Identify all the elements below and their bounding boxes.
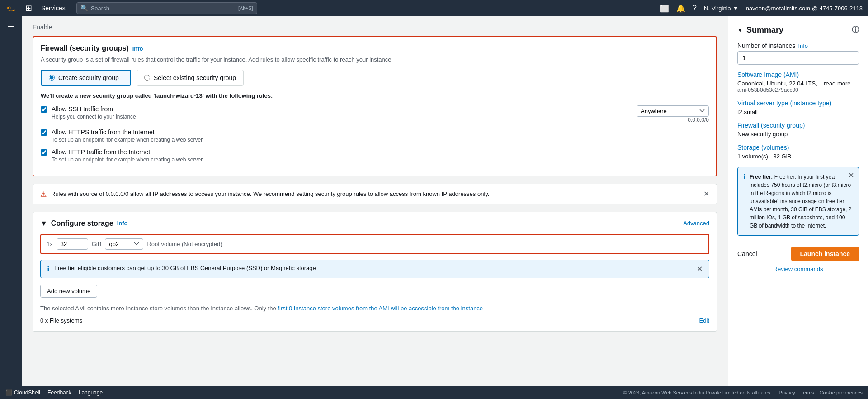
ami-accessible-link[interactable]: from the AMI will be accessible from the… bbox=[356, 305, 483, 312]
volume-type-select[interactable]: gp2 gp3 io1 standard bbox=[105, 238, 143, 250]
create-sg-option[interactable]: Create security group bbox=[41, 70, 131, 86]
language-label: Language bbox=[79, 390, 103, 396]
https-checkbox[interactable] bbox=[41, 129, 47, 136]
free-tier-storage-banner: ℹ Free tier eligible customers can get u… bbox=[40, 260, 709, 278]
instances-info-link[interactable]: Info bbox=[798, 43, 808, 49]
instances-field-label: Number of instances bbox=[737, 42, 795, 49]
http-content: Allow HTTP traffic from the Internet To … bbox=[52, 148, 709, 163]
warning-close-icon[interactable]: ✕ bbox=[703, 190, 709, 198]
bell-icon[interactable]: 🔔 bbox=[676, 4, 685, 13]
storage-title-text: Configure storage bbox=[51, 219, 113, 228]
privacy-link[interactable]: Privacy bbox=[779, 390, 795, 395]
firewall-title-text: Firewall (security groups) bbox=[41, 44, 129, 52]
storage-summary-label[interactable]: Storage (volumes) bbox=[737, 144, 859, 151]
ssh-label: Allow SSH traffic from bbox=[52, 105, 632, 113]
http-label: Allow HTTP traffic from the Internet bbox=[52, 148, 709, 156]
hamburger-icon[interactable]: ☰ bbox=[7, 22, 14, 32]
ssh-sublabel: Helps you connect to your instance bbox=[52, 114, 632, 120]
ssh-traffic-select[interactable]: Anywhere Custom My IP bbox=[637, 105, 709, 117]
free-tier-description: Free tier: Free tier: In your first year… bbox=[750, 173, 853, 230]
https-label: Allow HTTPS traffic from the Internet bbox=[52, 128, 709, 136]
launch-instance-button[interactable]: Launch instance bbox=[791, 247, 859, 261]
summary-ami-field: Software Image (AMI) Canonical, Ubuntu, … bbox=[737, 71, 859, 93]
summary-firewall-field: Firewall (security group) New security g… bbox=[737, 122, 859, 138]
ssh-content: Allow SSH traffic from Helps you connect… bbox=[52, 105, 632, 120]
firewall-summary-label[interactable]: Firewall (security group) bbox=[737, 122, 859, 129]
warning-icon: ⚠ bbox=[40, 190, 47, 199]
ssh-rule-row: Allow SSH traffic from Helps you connect… bbox=[41, 105, 709, 123]
cancel-button[interactable]: Cancel bbox=[737, 248, 757, 259]
ssh-cidr-label: 0.0.0.0/0 bbox=[688, 117, 709, 123]
https-content: Allow HTTPS traffic from the Internet To… bbox=[52, 128, 709, 143]
instance-type-summary-value: t2.small bbox=[737, 109, 859, 115]
cloudshell-button[interactable]: ⬛ CloudShell bbox=[5, 390, 40, 396]
free-tier-info-box: ✕ ℹ Free tier: Free tier: In your first … bbox=[737, 167, 859, 236]
firewall-description: A security group is a set of firewall ru… bbox=[41, 55, 709, 64]
sg-notice-text: We'll create a new security group called… bbox=[41, 92, 709, 99]
copyright-text: © 2023, Amazon Web Services India Privat… bbox=[623, 390, 772, 395]
https-rule-row: Allow HTTPS traffic from the Internet To… bbox=[41, 128, 709, 143]
summary-storage-field: Storage (volumes) 1 volume(s) - 32 GiB bbox=[737, 144, 859, 160]
left-sidebar: ☰ bbox=[0, 16, 22, 386]
existing-sg-label: Select existing security group bbox=[154, 74, 236, 81]
root-volume-label: Root volume (Not encrypted) bbox=[147, 241, 222, 247]
search-shortcut: [Alt+S] bbox=[238, 5, 253, 11]
services-nav[interactable]: Services bbox=[38, 3, 69, 14]
free-tier-close-icon[interactable]: ✕ bbox=[848, 171, 854, 180]
http-rule-row: Allow HTTP traffic from the Internet To … bbox=[41, 148, 709, 163]
firewall-title: Firewall (security groups) Info bbox=[41, 44, 709, 52]
first-zero-link[interactable]: first 0 Instance store volumes bbox=[278, 305, 354, 312]
region-label: N. Virginia bbox=[704, 5, 731, 12]
grid-icon[interactable]: ⊞ bbox=[24, 1, 34, 15]
file-systems-edit-link[interactable]: Edit bbox=[699, 317, 709, 324]
search-bar[interactable]: 🔍 [Alt+S] bbox=[76, 2, 257, 14]
user-menu[interactable]: naveen@metalimits.com @ 4745-7906-2113 bbox=[746, 5, 863, 12]
terms-link[interactable]: Terms bbox=[801, 390, 814, 395]
feedback-label: Feedback bbox=[47, 390, 71, 396]
summary-help-icon[interactable]: ⓘ bbox=[852, 25, 859, 35]
bottom-bar: ⬛ CloudShell Feedback Language © 2023, A… bbox=[0, 386, 868, 399]
terminal-icon[interactable]: ⬜ bbox=[660, 4, 669, 13]
warning-text: Rules with source of 0.0.0.0/0 allow all… bbox=[51, 190, 699, 199]
http-sublabel: To set up an endpoint, for example when … bbox=[52, 157, 709, 163]
file-systems-row: 0 x File systems Edit bbox=[40, 317, 709, 324]
firewall-info-link[interactable]: Info bbox=[132, 45, 143, 52]
storage-collapse-icon[interactable]: ▼ bbox=[40, 219, 47, 228]
ssh-checkbox[interactable] bbox=[41, 106, 47, 113]
instance-type-summary-label[interactable]: Virtual server type (instance type) bbox=[737, 100, 859, 107]
cookie-link[interactable]: Cookie preferences bbox=[820, 390, 863, 395]
volume-size-input[interactable] bbox=[57, 238, 88, 250]
free-tier-banner-close-icon[interactable]: ✕ bbox=[697, 265, 703, 273]
create-sg-label: Create security group bbox=[58, 74, 119, 81]
volume-count-label: 1x bbox=[47, 241, 53, 247]
search-input[interactable] bbox=[91, 5, 238, 12]
storage-volume-row: 1x GiB gp2 gp3 io1 standard Root volume … bbox=[40, 234, 709, 254]
summary-title: ▼ Summary ⓘ bbox=[737, 25, 859, 35]
existing-sg-radio[interactable] bbox=[144, 75, 150, 81]
ami-summary-label[interactable]: Software Image (AMI) bbox=[737, 71, 859, 78]
language-button[interactable]: Language bbox=[79, 390, 103, 396]
instances-count-input[interactable] bbox=[737, 51, 859, 65]
add-new-volume-button[interactable]: Add new volume bbox=[40, 285, 97, 298]
feedback-button[interactable]: Feedback bbox=[47, 390, 71, 396]
cloudshell-label: CloudShell bbox=[14, 390, 40, 396]
free-tier-info-icon: ℹ bbox=[743, 173, 746, 181]
existing-sg-option[interactable]: Select existing security group bbox=[137, 70, 244, 86]
region-selector[interactable]: N. Virginia ▼ bbox=[704, 5, 739, 12]
review-commands-link[interactable]: Review commands bbox=[737, 266, 859, 272]
storage-info-link[interactable]: Info bbox=[117, 220, 128, 227]
https-sublabel: To set up an endpoint, for example when … bbox=[52, 137, 709, 143]
storage-title: ▼ Configure storage Info bbox=[40, 219, 127, 228]
firewall-section: Firewall (security groups) Info A securi… bbox=[33, 36, 717, 176]
top-navigation: ⊞ Services 🔍 [Alt+S] ⬜ 🔔 ? N. Virginia ▼… bbox=[0, 0, 868, 16]
help-icon[interactable]: ? bbox=[693, 4, 697, 12]
advanced-link[interactable]: Advanced bbox=[683, 220, 709, 227]
http-checkbox[interactable] bbox=[41, 149, 47, 156]
storage-header: ▼ Configure storage Info Advanced bbox=[40, 219, 709, 228]
aws-logo bbox=[5, 4, 20, 13]
warning-banner: ⚠ Rules with source of 0.0.0.0/0 allow a… bbox=[33, 184, 717, 204]
summary-instances-field: Number of instances Info bbox=[737, 42, 859, 65]
cloudshell-icon: ⬛ bbox=[5, 390, 12, 396]
summary-instance-type-field: Virtual server type (instance type) t2.s… bbox=[737, 100, 859, 115]
create-sg-radio[interactable] bbox=[49, 75, 55, 81]
